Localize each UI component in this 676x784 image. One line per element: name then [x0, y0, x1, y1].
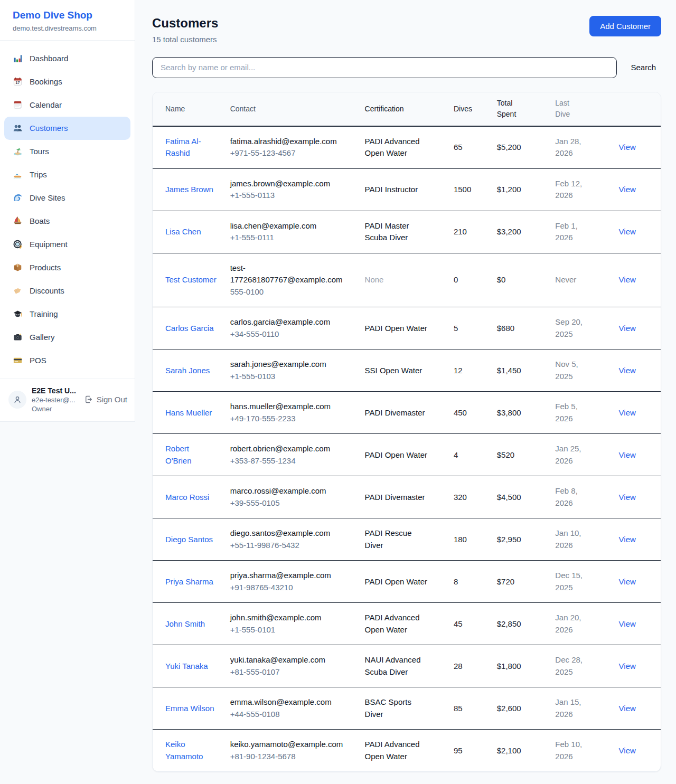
user-section: E2E Test U... e2e-tester@... Owner Sign …: [0, 379, 135, 421]
customer-name-link[interactable]: Hans Mueller: [165, 408, 212, 417]
customer-last-dive: Jan 20, 2026: [549, 603, 612, 645]
view-customer-link[interactable]: View: [619, 366, 636, 375]
column-header-dives: Dives: [447, 92, 491, 126]
table-header-row: NameContactCertificationDivesTotal Spent…: [153, 92, 661, 126]
view-customer-link[interactable]: View: [619, 662, 636, 670]
view-customer-link[interactable]: View: [619, 450, 636, 459]
sidebar-nav: Dashboard17BookingsCalendarCustomersTour…: [0, 41, 135, 379]
tear-calendar-icon: [13, 100, 23, 110]
customer-name-link[interactable]: Fatima Al-Rashid: [165, 137, 201, 158]
customer-total-spent: $3,200: [491, 211, 549, 253]
sidebar-item-discounts[interactable]: Discounts: [4, 279, 130, 303]
customer-name-link[interactable]: Marco Rossi: [165, 493, 209, 502]
customer-name-link[interactable]: Test Customer: [165, 275, 217, 284]
sidebar-item-bookings[interactable]: 17Bookings: [4, 70, 130, 93]
table-row: Emma Wilsonemma.wilson@example.com+44-55…: [153, 687, 661, 730]
customer-phone: +1-555-0111: [230, 232, 346, 244]
sidebar-item-label: Trips: [30, 170, 47, 179]
view-customer-link[interactable]: View: [619, 577, 636, 586]
customer-phone: +91-98765-43210: [230, 582, 346, 594]
customers-table-body: Fatima Al-Rashidfatima.alrashid@example.…: [153, 126, 661, 772]
customer-name-link[interactable]: Carlos Garcia: [165, 324, 214, 333]
table-row: Marco Rossimarco.rossi@example.com+39-55…: [153, 476, 661, 518]
view-customer-link[interactable]: View: [619, 227, 636, 236]
sidebar-item-calendar[interactable]: Calendar: [4, 93, 130, 117]
customer-name-link[interactable]: Sarah Jones: [165, 366, 210, 375]
sidebar-item-boats[interactable]: Boats: [4, 210, 130, 233]
customer-total-spent: $2,950: [491, 518, 549, 561]
customer-name-link[interactable]: Keiko Yamamoto: [165, 740, 203, 761]
table-row: Robert O'Brienrobert.obrien@example.com+…: [153, 434, 661, 476]
customer-certification: PADI Advanced Open Water: [359, 126, 447, 169]
view-customer-link[interactable]: View: [619, 619, 636, 628]
sign-out-icon: [84, 395, 93, 404]
view-customer-link[interactable]: View: [619, 746, 636, 755]
customer-email: james.brown@example.com: [230, 178, 346, 190]
table-row: Test Customertest-1772681807767@example.…: [153, 253, 661, 307]
sidebar-item-customers[interactable]: Customers: [4, 117, 130, 140]
sidebar-item-trips[interactable]: Trips: [4, 163, 130, 186]
customer-last-dive: Feb 12, 2026: [549, 168, 612, 211]
customer-email: fatima.alrashid@example.com: [230, 136, 346, 148]
tag-icon: [13, 286, 23, 296]
view-customer-link[interactable]: View: [619, 185, 636, 194]
customer-dives: 12: [447, 350, 491, 392]
customer-total-spent: $1,200: [491, 168, 549, 211]
customer-last-dive: Nov 5, 2025: [549, 350, 612, 392]
sidebar-item-products[interactable]: Products: [4, 256, 130, 279]
customer-total-spent: $5,200: [491, 126, 549, 169]
view-customer-link[interactable]: View: [619, 408, 636, 417]
view-customer-link[interactable]: View: [619, 535, 636, 544]
view-customer-link[interactable]: View: [619, 143, 636, 152]
sidebar-item-dashboard[interactable]: Dashboard: [4, 47, 130, 70]
customer-dives: 65: [447, 126, 491, 169]
customer-total-spent: $520: [491, 434, 549, 476]
sidebar-item-tours[interactable]: Tours: [4, 140, 130, 163]
customer-name-link[interactable]: Diego Santos: [165, 535, 213, 544]
customer-name-link[interactable]: James Brown: [165, 185, 213, 194]
customer-total-spent: $2,100: [491, 730, 549, 772]
sidebar-item-label: Calendar: [30, 100, 62, 109]
customer-phone: +1-555-0101: [230, 624, 346, 636]
customer-name-link[interactable]: Priya Sharma: [165, 577, 213, 586]
grad-cap-icon: [13, 309, 23, 319]
sidebar-item-gallery[interactable]: Gallery: [4, 326, 130, 349]
palm-island-icon: [13, 146, 23, 156]
customer-phone: 555-0100: [230, 286, 346, 298]
sidebar-item-label: Equipment: [30, 240, 68, 249]
customer-certification: PADI Open Water: [359, 434, 447, 476]
view-customer-link[interactable]: View: [619, 275, 636, 284]
package-icon: [13, 262, 23, 272]
customer-email: test-1772681807767@example.com: [230, 262, 346, 286]
customer-name-link[interactable]: John Smith: [165, 619, 205, 628]
customer-name-link[interactable]: Emma Wilson: [165, 704, 214, 713]
sidebar-item-dive-sites[interactable]: Dive Sites: [4, 186, 130, 210]
customer-name-link[interactable]: Robert O'Brien: [165, 444, 192, 465]
view-customer-link[interactable]: View: [619, 704, 636, 713]
customer-total-spent: $4,500: [491, 476, 549, 518]
sidebar-item-label: Dashboard: [30, 54, 68, 63]
customer-last-dive: Sep 20, 2025: [549, 307, 612, 350]
table-row: Diego Santosdiego.santos@example.com+55-…: [153, 518, 661, 561]
customer-phone: +81-90-1234-5678: [230, 751, 346, 763]
credit-card-icon: [13, 355, 23, 365]
view-customer-link[interactable]: View: [619, 493, 636, 502]
customer-email: lisa.chen@example.com: [230, 220, 346, 232]
customer-name-link[interactable]: Lisa Chen: [165, 227, 201, 236]
add-customer-button[interactable]: Add Customer: [589, 16, 661, 36]
sidebar-item-training[interactable]: Training: [4, 303, 130, 326]
customer-certification: PADI Open Water: [359, 561, 447, 603]
table-row: Priya Sharmapriya.sharma@example.com+91-…: [153, 561, 661, 603]
search-input[interactable]: [152, 57, 617, 78]
customer-name-link[interactable]: Yuki Tanaka: [165, 662, 208, 670]
customer-email: carlos.garcia@example.com: [230, 316, 346, 328]
sidebar-item-pos[interactable]: POS: [4, 349, 130, 372]
sidebar-item-equipment[interactable]: Equipment: [4, 233, 130, 256]
search-button[interactable]: Search: [617, 59, 661, 76]
customer-certification: PADI Open Water: [359, 307, 447, 350]
customer-total-spent: $1,800: [491, 645, 549, 687]
customers-table: NameContactCertificationDivesTotal Spent…: [153, 92, 661, 772]
sign-out-button[interactable]: Sign Out: [84, 395, 127, 404]
view-customer-link[interactable]: View: [619, 324, 636, 333]
title-row: Customers 15 total customers Add Custome…: [152, 16, 661, 44]
